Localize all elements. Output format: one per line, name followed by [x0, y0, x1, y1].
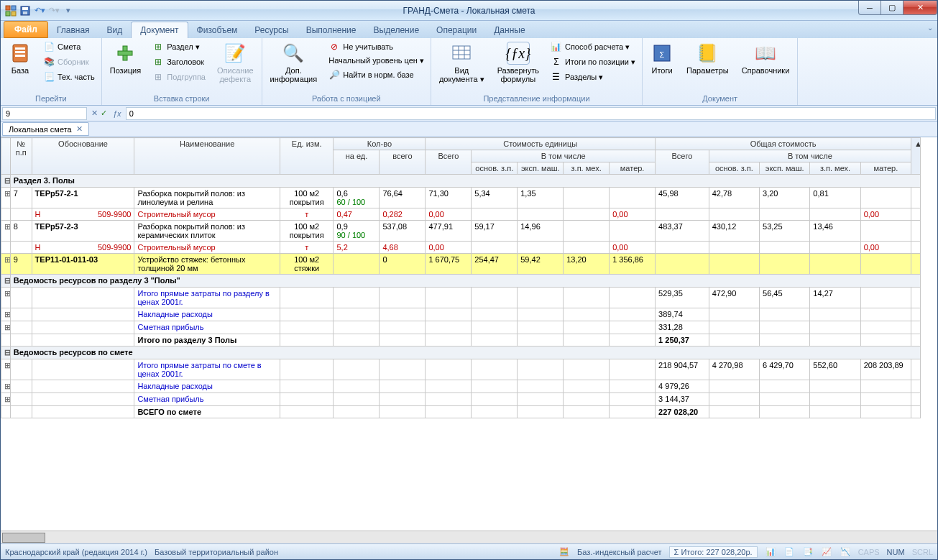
close-button[interactable]: ✕	[903, 1, 937, 15]
cell-reference-input[interactable]: 9	[2, 107, 87, 120]
techchast-button[interactable]: 📃Тех. часть	[40, 70, 98, 84]
document-tab[interactable]: Локальная смета ✕	[2, 122, 89, 136]
dopinfo-button[interactable]: 🔍 Доп. информация	[265, 40, 323, 86]
insert-row-icon: ⊞	[152, 41, 164, 52]
itogipoz-button[interactable]: ΣИтоги по позиции ▾	[547, 55, 639, 69]
table-row[interactable]: Н509-9900Строительный мусорт0,470,2820,0…	[1, 208, 921, 221]
status-icon2[interactable]: 📄	[783, 546, 795, 558]
status-icon4[interactable]: 📈	[821, 546, 832, 558]
spravochniki-button[interactable]: 📖 Справочники	[737, 40, 795, 77]
group-icon: ⊞	[152, 71, 164, 83]
book-icon: 📚	[43, 56, 55, 68]
status-icon1[interactable]: 📊	[765, 546, 776, 558]
status-calc-icon: 🧮	[558, 546, 570, 558]
cancel-formula-icon[interactable]: ✕	[91, 109, 98, 118]
table-row[interactable]: ⊞Сметная прибыль3 144,37	[1, 393, 921, 406]
tab-vid[interactable]: Вид	[98, 22, 132, 38]
header-icon: ⊞	[152, 56, 164, 68]
status-icon3[interactable]: 📑	[802, 546, 814, 558]
tab-glavnaya[interactable]: Главная	[48, 22, 98, 38]
minimize-button[interactable]: ─	[858, 1, 881, 15]
calc-icon: 📊	[551, 41, 562, 52]
table-row[interactable]: ⊟Раздел 3. Полы	[1, 175, 921, 188]
table-row[interactable]: ⊞8ТЕРр57-2-3Разборка покрытий полов: из …	[1, 221, 921, 242]
database-icon	[9, 42, 32, 65]
svg-rect-13	[453, 46, 470, 59]
data-grid[interactable]: № п.п Обоснование Наименование Ед. изм. …	[1, 137, 921, 418]
razvernut-button[interactable]: {ƒx} Развернуть формулы	[492, 40, 544, 86]
plus-icon	[114, 42, 137, 65]
formula-input[interactable]: 0	[126, 107, 936, 120]
ribbon-minimize-icon[interactable]: ⌄	[927, 24, 933, 32]
qat-more-icon[interactable]: ▾	[63, 5, 74, 17]
sections-icon: ☰	[551, 71, 562, 83]
svg-text:Σ: Σ	[660, 50, 665, 59]
svg-rect-12	[118, 51, 132, 55]
file-tab[interactable]: Файл	[4, 21, 48, 38]
save-icon[interactable]	[19, 5, 31, 17]
table-row[interactable]: ВСЕГО по смете227 028,20	[1, 406, 921, 418]
table-row[interactable]: ⊟Ведомость ресурсов по смете	[1, 346, 921, 359]
sum-icon: Σ	[551, 56, 562, 68]
svg-rect-0	[6, 6, 10, 10]
tab-vydelenie[interactable]: Выделение	[365, 22, 428, 38]
smeta-button[interactable]: 📄Смета	[40, 40, 98, 54]
sigma-icon: Σ	[650, 42, 673, 65]
pozitsiya-button[interactable]: Позиция	[105, 40, 147, 77]
sposob-button[interactable]: 📊Способ расчета ▾	[547, 40, 639, 54]
status-itogo: Σ Итого: 227 028,20р.	[669, 546, 758, 558]
fx-icon: {ƒx}	[507, 42, 530, 65]
status-scrl: SCRL	[912, 548, 933, 556]
tab-fizobem[interactable]: Физобъем	[188, 22, 247, 38]
close-tab-icon[interactable]: ✕	[76, 124, 83, 134]
tab-operacii[interactable]: Операции	[428, 22, 485, 38]
table-row[interactable]: ⊞Итого прямые затраты по смете в ценах 2…	[1, 359, 921, 380]
table-row[interactable]: Н509-9900Строительный мусорт5,24,680,000…	[1, 242, 921, 254]
svg-rect-2	[6, 12, 10, 16]
itogi-button[interactable]: Σ Итоги	[645, 40, 679, 77]
status-icon5[interactable]: 📉	[840, 546, 851, 558]
redo-icon[interactable]: ↷▾	[48, 5, 60, 17]
tab-vypolnenie[interactable]: Выполнение	[298, 22, 365, 38]
zagolovok-button[interactable]: ⊞Заголовок	[149, 55, 209, 69]
undo-icon[interactable]: ↶▾	[34, 5, 45, 17]
doc-icon: 📄	[43, 41, 55, 52]
razdely-button[interactable]: ☰Разделы ▾	[547, 70, 639, 84]
tab-dannye[interactable]: Данные	[485, 22, 533, 38]
fx-label: ƒx	[110, 109, 124, 118]
cancel-icon: ⊘	[328, 41, 340, 52]
table-row[interactable]: ⊞Итого прямые затраты по разделу в ценах…	[1, 288, 921, 308]
viddok-button[interactable]: Вид документа ▾	[434, 40, 489, 86]
ribbon: ⌄ База 📄Смета 📚Сборник 📃Тех. часть Перей…	[1, 38, 937, 106]
parametry-button[interactable]: 📒 Параметры	[681, 40, 734, 77]
status-calc: Баз.-индексный расчет	[577, 548, 661, 556]
baza-button[interactable]: База	[4, 40, 37, 77]
neuchit-button[interactable]: ⊘Не учитывать	[325, 40, 428, 54]
maximize-button[interactable]: ▢	[880, 1, 903, 15]
ribbon-tabs: Файл Главная Вид Документ Физобъем Ресур…	[1, 21, 937, 38]
status-region: Краснодарский край (редакция 2014 г.)	[5, 548, 147, 556]
horizontal-scrollbar[interactable]	[1, 531, 937, 543]
table-row[interactable]: ⊞Сметная прибыль331,28	[1, 321, 921, 334]
sbornik-button: 📚Сборник	[40, 55, 98, 69]
tab-dokument[interactable]: Документ	[131, 22, 188, 38]
table-row[interactable]: ⊞Накладные расходы389,74	[1, 308, 921, 321]
accept-formula-icon[interactable]: ✓	[101, 109, 107, 118]
table-row[interactable]: ⊞7ТЕРр57-2-1Разборка покрытий полов: из …	[1, 188, 921, 208]
tab-resursy[interactable]: Ресурсы	[246, 22, 297, 38]
svg-rect-5	[22, 7, 28, 10]
razdel-button[interactable]: ⊞Раздел ▾	[149, 40, 209, 54]
table-row[interactable]: ⊞9ТЕР11-01-011-03Устройство стяжек: бето…	[1, 254, 921, 275]
nachuroven-button[interactable]: Начальный уровень цен ▾	[325, 55, 428, 67]
table-row[interactable]: ⊟Ведомость ресурсов по разделу 3 "Полы"	[1, 275, 921, 288]
najti-button[interactable]: 🔎Найти в норм. базе	[325, 68, 428, 82]
grid-area[interactable]: № п.п Обоснование Наименование Ед. изм. …	[1, 137, 937, 531]
qat-grid-icon[interactable]	[5, 5, 17, 17]
params-icon: 📒	[696, 42, 719, 65]
table-row[interactable]: Итого по разделу 3 Полы1 250,37	[1, 334, 921, 346]
table-row[interactable]: ⊞Накладные расходы4 979,26	[1, 380, 921, 393]
window-title: ГРАНД-Смета - Локальная смета	[1, 6, 937, 16]
page-icon: 📃	[43, 71, 55, 83]
svg-rect-3	[12, 12, 16, 16]
magnifier-icon: 🔍	[282, 42, 305, 65]
